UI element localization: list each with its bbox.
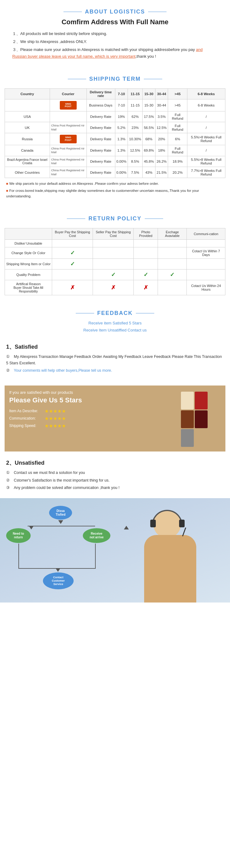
return-section-header: RETURN POLICY <box>5 210 225 225</box>
satisfied-title: 1、Satisfied <box>6 343 224 350</box>
rate-col-2: 8.5% <box>128 156 142 167</box>
rate-col-6: 5.5%>8 Weeks Full Refund <box>187 156 225 167</box>
about-section-header: ABOUT LOGISTICS <box>9 3 221 18</box>
buyer-pay-cell: ✓ <box>52 258 93 269</box>
shipping-note-1: We ship parcels to your default address … <box>6 181 224 186</box>
starbox-title: Please Give Us 5 Stars <box>9 396 176 404</box>
table-row: Shipping Wrong Item or Color ✓ <box>5 258 225 269</box>
bubble-contact-cs: ContactCustomerService <box>43 572 74 589</box>
exchange-cell <box>158 247 187 258</box>
logistics-item-1: １、All products will be tested strictly b… <box>12 30 218 37</box>
bubble-receive-not-arrive: Receivenot arrive <box>83 528 110 543</box>
headset-right-ear <box>150 520 156 527</box>
col-11-15: 11-15 <box>128 89 142 99</box>
photo-cell: ✓ <box>134 269 158 280</box>
rate-col-4: 26.2% <box>155 156 168 167</box>
col-country: Country <box>5 89 50 99</box>
rate-col-4: 3.5% <box>155 112 168 122</box>
arrow-down-1 <box>58 520 63 524</box>
rate-label-cell: Delivery Rate <box>87 167 115 178</box>
crossmark-icon: ✗ <box>70 284 75 291</box>
stars-2: ★★★★★ <box>44 415 66 422</box>
arrow-right-branch <box>61 526 95 526</box>
unsatisfied-list: ① Contact us we must find a solution for… <box>6 470 224 491</box>
wallet-gray <box>181 429 194 447</box>
logistics-list: １、All products will be tested strictly b… <box>9 30 221 60</box>
shipping-notes: We ship parcels to your default address … <box>5 181 225 199</box>
photo-cell <box>134 258 158 269</box>
seller-pay-cell <box>93 239 134 247</box>
checkmark-icon: ✓ <box>143 272 148 278</box>
singpost-logo-2: SINGPOST <box>60 135 77 143</box>
courier-cell: China Post Registered Air Mail <box>50 156 87 167</box>
rate-col-5: Full Refund <box>168 122 187 133</box>
rate-col-5: >45 <box>168 99 187 112</box>
wallets-row <box>181 392 221 447</box>
country-cell: USA <box>5 112 50 122</box>
col-30-44: 30-44 <box>155 89 168 99</box>
feedback-line-1[interactable]: Receive item Satisfied 5 Stars <box>5 319 225 327</box>
rate-col-4: 30-44 <box>155 99 168 112</box>
logistics-item-2: ２、We ship to Aliexpress ,address ONLY. <box>12 38 218 45</box>
rate-col-1: 7-10 <box>115 99 128 112</box>
reason-cell: Shipping Wrong Item or Color <box>5 258 52 269</box>
rate-col-3: 17.5% <box>142 112 156 122</box>
return-col-comm: Communi-cation <box>187 228 225 239</box>
cs-person-silhouette <box>120 507 205 602</box>
shipping-table-header-row: Country Courier Delivery time rate 7-10 … <box>5 89 225 99</box>
photo-cell: ✗ <box>134 280 158 295</box>
table-row: Other Countries China Post Registered Ai… <box>5 167 225 178</box>
unsatisfied-item-3: ③ Any problem could be solved after comm… <box>6 485 224 491</box>
buyer-pay-cell <box>52 269 93 280</box>
country-cell <box>5 99 50 112</box>
headset-arc <box>152 510 183 525</box>
rate-col-5: 6% <box>168 133 187 145</box>
rate-label-cell: Delivery Rate <box>87 156 115 167</box>
china-post-label-3: China Post Registered Air Mail <box>51 158 85 165</box>
rate-col-3: 45.8% <box>142 156 156 167</box>
courier-cell: China Post Registered Air Mail <box>50 122 87 133</box>
return-section: RETURN POLICY Buyer Pay the Shipping Cos… <box>0 207 230 301</box>
star-row-1: Item As Describe: ★★★★★ <box>9 408 176 414</box>
arrow-left-down <box>19 544 19 568</box>
table-row: Brazil Argentina France Israel Croatia C… <box>5 156 225 167</box>
rate-col-3: 68% <box>142 133 156 145</box>
rate-col-2: 23% <box>128 122 142 133</box>
rate-col-4: 18% <box>155 145 168 156</box>
return-title: RETURN POLICY <box>88 215 141 222</box>
rate-col-6: / <box>187 112 225 122</box>
comm-cell: Cotact Us Within 24 Hours <box>187 280 225 295</box>
table-row: USA Delivery Rate 19% 62% 17.5% 3.5% Ful… <box>5 112 225 122</box>
feedback-section: FEEDBACK Receive item Satisfied 5 Stars … <box>0 301 230 340</box>
star-row-2: Communication: ★★★★★ <box>9 415 176 422</box>
rate-col-1: 19% <box>115 112 128 122</box>
buyer-pay-cell: ✗ <box>52 280 93 295</box>
col-rate: Delivery time rate <box>87 89 115 99</box>
reason-cell: Quality Problem <box>5 269 52 280</box>
about-title: ABOUT LOGISTICS <box>85 9 145 15</box>
rate-col-3: 43% <box>142 167 156 178</box>
rate-col-6: / <box>187 145 225 156</box>
person-body <box>144 535 196 602</box>
reason-cell: Dislike/ Unsuitable <box>5 239 52 247</box>
feedback-links: Receive item Satisfied 5 Stars Receive I… <box>5 319 225 334</box>
rate-col-5: Full Refund <box>168 145 187 156</box>
rate-col-4: 12.5% <box>155 122 168 133</box>
exchange-cell: ✓ <box>158 269 187 280</box>
feedback-title: FEEDBACK <box>97 310 133 316</box>
satisfied-section: 1、Satisfied ① My Aliexpress Transaction … <box>0 340 230 381</box>
feedback-line-2[interactable]: Receive Item Unsatiffied Contact us <box>5 327 225 334</box>
checkmark-icon: ✓ <box>70 261 75 267</box>
shipping-section-header: SHIPPING TERM <box>5 70 225 85</box>
rate-col-2: 11-15 <box>128 99 142 112</box>
seller-pay-cell <box>93 258 134 269</box>
table-row: Russia SINGPOST Delivery Rate 1.3% 10.30… <box>5 133 225 145</box>
logistics-item-3: ３、Please make sure your address in Aliex… <box>12 46 218 60</box>
star-label-2: Communication: <box>9 416 43 421</box>
shipping-table: Country Courier Delivery time rate 7-10 … <box>5 88 225 178</box>
satisfied-item-2: ② Your comments will help other buyers,P… <box>6 367 224 374</box>
rate-col-3: 15-30 <box>142 99 156 112</box>
comm-cell <box>187 239 225 247</box>
singpost-logo: SINGPOST <box>60 101 77 110</box>
rate-col-4: 20% <box>155 133 168 145</box>
